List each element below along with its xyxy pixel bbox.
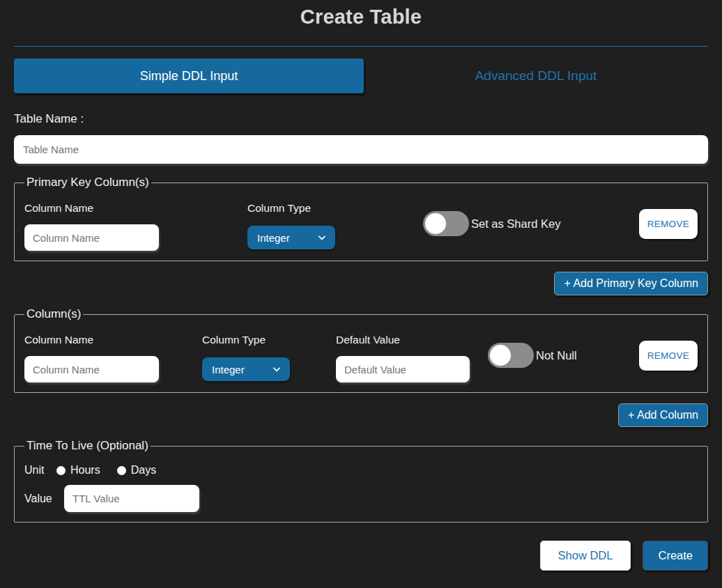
primary-key-columns-legend: Primary Key Column(s) — [24, 176, 151, 189]
time-to-live-section: Time To Live (Optional) Unit Hours Days … — [14, 439, 708, 523]
pk-column-type-field: Column Type Integer — [247, 192, 423, 249]
not-null-toggle-label: Not Null — [536, 349, 577, 362]
column-row: Column Name Column Type Integer Default … — [24, 324, 698, 382]
ddl-input-tabs: Simple DDL Input Advanced DDL Input — [14, 59, 708, 93]
pk-column-name-label: Column Name — [24, 202, 247, 215]
shard-key-toggle-group: Set as Shard Key — [423, 211, 560, 236]
add-column-row: + Add Column — [14, 403, 708, 427]
create-button[interactable]: Create — [643, 541, 708, 571]
ttl-unit-row: Unit Hours Days — [24, 464, 698, 477]
primary-key-column-row: Column Name Column Type Integer Set as S… — [24, 192, 698, 251]
tab-simple-ddl-input[interactable]: Simple DDL Input — [14, 59, 364, 93]
create-table-page: Create Table Simple DDL Input Advanced D… — [0, 0, 722, 588]
ttl-unit-days-radio[interactable] — [117, 466, 126, 475]
column-remove-button[interactable]: REMOVE — [639, 341, 698, 371]
ttl-unit-hours-radio[interactable] — [56, 466, 66, 475]
table-name-input[interactable] — [14, 135, 708, 164]
column-name-label: Column Name — [24, 334, 202, 346]
add-column-button[interactable]: + Add Column — [618, 403, 708, 427]
add-primary-key-row: + Add Primary Key Column — [14, 272, 708, 295]
toggle-knob — [490, 345, 511, 366]
time-to-live-legend: Time To Live (Optional) — [24, 439, 151, 453]
columns-legend: Column(s) — [24, 307, 83, 321]
pk-column-type-selected-value: Integer — [257, 232, 290, 244]
column-name-field: Column Name — [24, 324, 202, 382]
default-value-field: Default Value — [336, 324, 488, 382]
footer-actions: Show DDL Create — [14, 541, 708, 571]
add-primary-key-column-button[interactable]: + Add Primary Key Column — [554, 272, 708, 295]
column-type-select[interactable]: Integer — [202, 357, 290, 381]
shard-key-toggle-label: Set as Shard Key — [471, 217, 560, 231]
column-type-label: Column Type — [202, 334, 336, 346]
ttl-unit-hours-label: Hours — [70, 464, 100, 477]
chevron-down-icon — [272, 364, 282, 374]
column-type-field: Column Type Integer — [202, 324, 336, 381]
pk-column-name-field: Column Name — [24, 192, 247, 251]
not-null-toggle-group: Not Null — [488, 343, 577, 368]
ttl-unit-days-label: Days — [131, 464, 156, 477]
ttl-unit-label: Unit — [24, 464, 56, 477]
tab-advanced-ddl-input[interactable]: Advanced DDL Input — [364, 59, 708, 93]
default-value-label: Default Value — [336, 334, 488, 346]
default-value-input[interactable] — [336, 356, 470, 382]
primary-key-columns-section: Primary Key Column(s) Column Name Column… — [14, 176, 708, 261]
not-null-toggle[interactable] — [488, 343, 534, 368]
columns-section: Column(s) Column Name Column Type Intege… — [14, 307, 708, 393]
ttl-value-input[interactable] — [64, 485, 199, 512]
pk-column-type-select[interactable]: Integer — [247, 226, 335, 249]
table-name-label: Table Name : — [14, 112, 708, 126]
show-ddl-button[interactable]: Show DDL — [540, 541, 631, 571]
pk-column-name-input[interactable] — [24, 224, 159, 251]
page-title: Create Table — [14, 6, 708, 29]
toggle-knob — [425, 213, 446, 234]
ttl-value-row: Value — [24, 485, 698, 512]
column-type-selected-value: Integer — [212, 364, 245, 376]
shard-key-toggle[interactable] — [423, 211, 469, 236]
pk-remove-button[interactable]: REMOVE — [639, 209, 698, 239]
chevron-down-icon — [317, 233, 327, 242]
title-divider — [14, 46, 708, 47]
pk-column-type-label: Column Type — [247, 202, 423, 215]
ttl-value-label: Value — [24, 493, 64, 505]
column-name-input[interactable] — [24, 356, 159, 382]
